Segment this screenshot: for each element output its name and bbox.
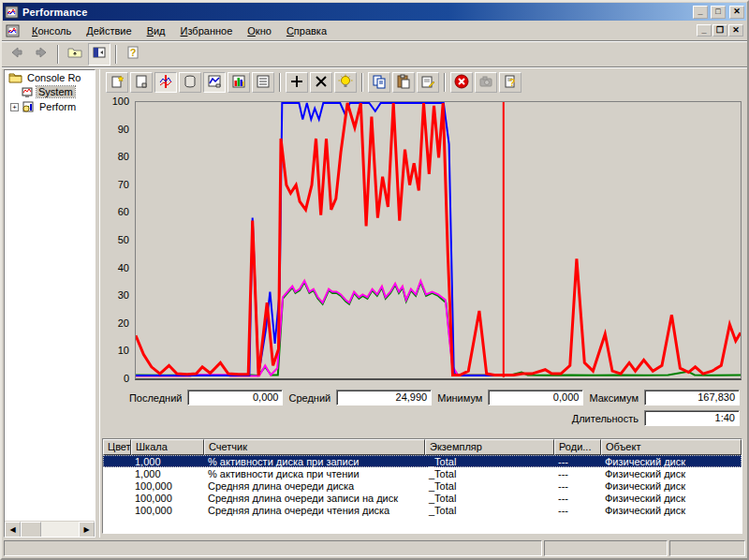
column-header-scale[interactable]: Шкала xyxy=(131,439,204,455)
help-icon: ? xyxy=(125,45,140,63)
average-value: 24,990 xyxy=(336,390,432,405)
scale-cell: 1,000 xyxy=(131,456,204,467)
menu-window[interactable]: Окно xyxy=(240,22,279,39)
parent-cell: --- xyxy=(554,468,601,479)
view-histogram-button[interactable] xyxy=(228,72,250,93)
delete-counter-button[interactable] xyxy=(310,72,332,93)
counter-row[interactable]: 100,000 Средняя длина очереди диска _Tot… xyxy=(103,479,742,492)
counter-row[interactable]: 1,000 % активности диска при записи _Tot… xyxy=(103,455,742,467)
y-axis-labels: 0102030405060708090100 xyxy=(100,95,132,387)
properties-button[interactable] xyxy=(417,72,439,93)
mmc-console-icon[interactable] xyxy=(6,23,21,38)
view-graph-button[interactable] xyxy=(203,72,226,93)
copy-properties-button[interactable] xyxy=(368,72,390,93)
counter-row[interactable]: 100,000 Средняя длина очереди записи на … xyxy=(103,492,742,504)
paste-icon xyxy=(396,74,411,92)
restore-child-button[interactable]: ❐ xyxy=(712,24,727,37)
object-cell: Физический диск xyxy=(601,456,742,467)
view-graph-icon xyxy=(207,74,222,92)
scroll-left-button[interactable]: ◀ xyxy=(5,522,21,538)
close-button[interactable]: ✕ xyxy=(729,6,744,19)
highlight-button[interactable] xyxy=(334,72,357,93)
clear-display-button[interactable] xyxy=(130,72,153,93)
maximize-button[interactable]: □ xyxy=(711,6,726,19)
menu-action[interactable]: Действие xyxy=(79,22,139,39)
y-tick-label: 90 xyxy=(101,124,129,135)
counter-cell: Средняя длина очереди чтения диска xyxy=(204,505,425,516)
tree-item-console-root[interactable]: Console Ro xyxy=(5,70,95,84)
paste-counter-list-button[interactable] xyxy=(392,72,415,93)
up-one-level-icon xyxy=(67,45,82,63)
tree-item-performance-logs[interactable]: + Perform xyxy=(5,99,95,114)
help-button-2[interactable]: ? xyxy=(499,72,521,93)
scrollbar-track[interactable] xyxy=(41,522,79,537)
counter-row[interactable]: 1,000 % активности диска при чтении _Tot… xyxy=(103,467,742,479)
up-one-level-button[interactable] xyxy=(64,43,86,66)
menu-view[interactable]: Вид xyxy=(140,22,173,39)
svg-text:?: ? xyxy=(509,77,516,88)
toolbar-separator xyxy=(444,73,446,92)
object-cell: Физический диск xyxy=(601,505,742,516)
status-pane-main xyxy=(4,540,542,556)
menu-console[interactable]: Консоль xyxy=(24,22,79,39)
performance-logs-icon xyxy=(22,100,35,113)
show-hide-console-tree-button[interactable] xyxy=(88,43,110,66)
view-log-data-button[interactable] xyxy=(179,72,201,93)
counter-cell: % активности диска при записи xyxy=(204,456,425,467)
status-bar xyxy=(4,538,745,556)
column-header-instance[interactable]: Экземпляр xyxy=(425,439,554,455)
counter-legend-table: Цвет Шкала Счетчик Экземпляр Роди... Объ… xyxy=(102,438,742,534)
tree-item-label: System xyxy=(37,86,75,97)
instance-cell: _Total xyxy=(425,480,554,492)
counter-cell: % активности диска при чтении xyxy=(204,468,425,479)
new-counter-set-button[interactable] xyxy=(106,72,128,93)
scale-cell: 1,000 xyxy=(131,468,204,479)
update-data-icon xyxy=(478,74,493,92)
view-report-button[interactable] xyxy=(252,72,274,93)
toolbar-separator xyxy=(57,45,59,64)
column-header-color[interactable]: Цвет xyxy=(103,439,131,455)
view-report-icon xyxy=(256,74,271,92)
minimize-child-button[interactable]: _ xyxy=(697,24,712,37)
column-header-object[interactable]: Объект xyxy=(601,439,742,455)
status-pane-3 xyxy=(669,540,745,556)
instance-cell: _Total xyxy=(425,493,554,504)
back-button[interactable] xyxy=(6,43,28,66)
expand-icon[interactable]: + xyxy=(10,103,19,111)
menu-help[interactable]: Справка xyxy=(279,22,334,39)
clear-display-icon xyxy=(134,74,149,92)
system-monitor-toolbar: ? xyxy=(100,69,745,95)
update-data-button[interactable] xyxy=(475,72,497,93)
scrollbar-thumb[interactable] xyxy=(21,522,41,538)
stats-row-2: Длительность 1:40 xyxy=(106,410,740,426)
series-line xyxy=(136,103,741,376)
close-child-button[interactable]: ✕ xyxy=(728,24,743,37)
menu-bar: Консоль Действие Вид Избранное Окно Спра… xyxy=(2,21,747,41)
counter-row[interactable]: 100,000 Средняя длина очереди чтения дис… xyxy=(103,504,742,516)
column-header-counter[interactable]: Счетчик xyxy=(204,439,425,455)
statistics-bar: Последний 0,000 Средний 24,990 Минимум 0… xyxy=(100,387,745,426)
column-header-parent[interactable]: Роди... xyxy=(554,439,601,455)
duration-label: Длительность xyxy=(572,413,639,424)
parent-cell: --- xyxy=(554,456,601,467)
series-line xyxy=(136,282,741,376)
performance-graph xyxy=(136,102,741,377)
title-bar: Performance _ □ ✕ xyxy=(3,3,746,21)
forward-button[interactable] xyxy=(30,43,52,66)
scale-cell: 100,000 xyxy=(131,493,204,504)
minimize-button[interactable]: _ xyxy=(693,6,708,19)
add-counter-button[interactable] xyxy=(286,72,308,93)
tree-item-label: Perform xyxy=(37,101,78,112)
navigation-toolbar: ? xyxy=(2,41,747,67)
toolbar-separator xyxy=(279,73,281,92)
view-current-activity-icon xyxy=(158,74,173,92)
tree-item-system-monitor[interactable]: System xyxy=(5,84,95,99)
freeze-display-button[interactable] xyxy=(450,72,473,93)
menu-favorites[interactable]: Избранное xyxy=(173,22,241,39)
scroll-right-button[interactable]: ▶ xyxy=(79,522,95,538)
y-tick-label: 0 xyxy=(101,373,129,384)
view-current-activity-button[interactable] xyxy=(154,72,177,93)
help-button[interactable]: ? xyxy=(122,43,144,66)
y-tick-label: 10 xyxy=(101,345,129,356)
tree-item-label: Console Ro xyxy=(25,72,82,83)
